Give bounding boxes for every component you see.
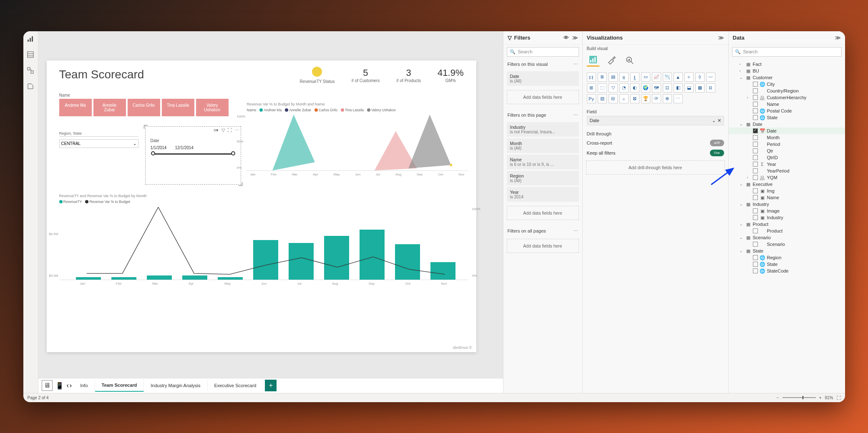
filter-card[interactable]: Regionis (All)	[507, 171, 579, 185]
slider-handle-end[interactable]	[231, 151, 235, 155]
tree-table-fact[interactable]: ›▦Fact	[729, 61, 845, 68]
viz-type-18[interactable]: 🗺	[652, 83, 661, 93]
tree-field-month[interactable]: Month	[729, 134, 845, 141]
checkbox[interactable]	[753, 115, 758, 120]
more-icon[interactable]: ⋯	[574, 113, 578, 118]
viz-type-6[interactable]: 📈	[652, 73, 661, 82]
prev-page-icon[interactable]: ‹	[67, 382, 69, 389]
tree-table-industry[interactable]: ⌄▦Industry	[729, 201, 845, 208]
slider-handle-start[interactable]	[151, 151, 155, 155]
checkbox[interactable]	[753, 175, 758, 180]
tree-field-name[interactable]: Name	[729, 101, 845, 108]
add-page-filter[interactable]: Add data fields here	[507, 206, 579, 220]
tree-table-scenario[interactable]: ⌄▦Scenario	[729, 234, 845, 241]
report-view-icon[interactable]	[26, 35, 35, 43]
viz-type-5[interactable]: ▭	[641, 73, 650, 82]
add-drill-fields[interactable]: Add drill-through fields here	[586, 160, 725, 175]
tree-field-postal-code[interactable]: 🌐Postal Code	[729, 108, 845, 114]
cross-report-toggle[interactable]: ●Off	[710, 140, 724, 146]
more-icon[interactable]: ⋯	[574, 228, 578, 234]
chevron-down-icon[interactable]: ⌄	[712, 118, 716, 123]
viz-type-19[interactable]: ⊡	[663, 83, 672, 93]
viz-type-26[interactable]: ⊟	[609, 94, 618, 103]
filter-card[interactable]: Industryis not Financial, Insura...	[507, 122, 579, 137]
add-all-filter[interactable]: Add data fields here	[507, 239, 579, 253]
checkbox[interactable]	[753, 215, 758, 220]
date-range-slider[interactable]	[153, 153, 233, 155]
name-annelie[interactable]: Annelie Zubar	[93, 99, 126, 116]
viz-type-23[interactable]: R	[706, 83, 715, 93]
viz-type-14[interactable]: ▽	[609, 83, 618, 93]
viz-type-24[interactable]: Py	[587, 94, 596, 103]
add-visual-filter[interactable]: Add data fields here	[507, 90, 579, 104]
chart-revenue-combo[interactable]: RevenueTY and Revenue Var % to Budget by…	[59, 194, 468, 290]
tree-field-city[interactable]: 🌐City	[729, 81, 845, 88]
viz-type-0[interactable]: ⫿⫿	[587, 73, 596, 82]
tree-field-country-region[interactable]: Country/Region	[729, 88, 845, 94]
zoom-out-icon[interactable]: −	[777, 395, 779, 400]
more-icon[interactable]: ⋯	[574, 62, 578, 67]
region-slicer[interactable]: Region, State CENTRAL⌄	[59, 131, 138, 148]
report-canvas[interactable]: Team Scorecard RevenueTY Status 5 # of C…	[47, 60, 476, 352]
tree-table-product[interactable]: ⌄▦Product	[729, 221, 845, 228]
tree-field-name[interactable]: ▣Name	[729, 194, 845, 201]
viz-type-2[interactable]: ▤	[609, 73, 618, 82]
tab-executive[interactable]: Executive Scorecard	[208, 380, 264, 391]
name-carlos[interactable]: Carlos Grilo	[128, 99, 160, 116]
dax-view-icon[interactable]	[26, 82, 35, 90]
analytics-tab[interactable]	[624, 54, 636, 67]
name-valery[interactable]: Valery Ushakov	[196, 99, 229, 116]
desktop-layout-icon[interactable]: 🖥	[42, 380, 53, 391]
checkbox[interactable]	[753, 102, 758, 107]
viz-type-10[interactable]: ⟠	[695, 73, 704, 82]
date-start[interactable]: 1/1/2014	[151, 145, 167, 150]
tree-table-customer[interactable]: ⌄▦Customer	[729, 74, 845, 81]
checkbox[interactable]	[753, 208, 758, 213]
checkbox[interactable]	[753, 188, 758, 193]
tab-team-scorecard[interactable]: Team Scorecard	[95, 379, 144, 392]
zoom-in-icon[interactable]: +	[819, 395, 822, 400]
viz-type-15[interactable]: ◔	[619, 83, 629, 93]
filters-search[interactable]: 🔍Search	[507, 47, 579, 57]
viz-type-9[interactable]: ⟡	[684, 73, 694, 82]
eye-icon[interactable]: 👁	[564, 35, 569, 41]
checkbox[interactable]	[753, 148, 758, 153]
tab-industry[interactable]: Industry Margin Analysis	[144, 380, 207, 391]
tree-field-product[interactable]: Product	[729, 228, 845, 234]
tree-field-img[interactable]: ▣Img	[729, 188, 845, 194]
kpi-status[interactable]: RevenueTY Status	[300, 67, 335, 84]
tab-info[interactable]: Info	[73, 380, 95, 391]
viz-type-27[interactable]: ⟐	[619, 94, 629, 103]
filter-icon[interactable]: ▽	[221, 128, 225, 133]
checkbox[interactable]	[753, 268, 758, 273]
zoom-slider[interactable]	[782, 397, 816, 398]
tree-field-state[interactable]: 🌐State	[729, 261, 845, 268]
viz-type-8[interactable]: ▲	[674, 73, 683, 82]
filter-card[interactable]: Nameis 6 or is 10 or is 9, is ...	[507, 155, 579, 169]
collapse-icon[interactable]: ≫	[718, 35, 724, 41]
tree-field-statecode[interactable]: 🌐StateCode	[729, 268, 845, 274]
chart-revenue-var[interactable]: Revenue Var % to Budget by Month and Nam…	[247, 102, 468, 181]
checkbox[interactable]	[753, 128, 758, 133]
checkbox[interactable]	[753, 168, 758, 173]
viz-type-32[interactable]: ⋯	[674, 94, 683, 103]
checkbox[interactable]	[753, 155, 758, 160]
tree-field-period[interactable]: Period	[729, 141, 845, 148]
fit-page-icon[interactable]: ⛶	[837, 395, 841, 400]
collapse-icon[interactable]: ≫	[835, 35, 841, 41]
add-page-button[interactable]: +	[265, 380, 277, 391]
viz-type-16[interactable]: ◐	[630, 83, 639, 93]
viz-type-7[interactable]: 📉	[663, 73, 672, 82]
checkbox[interactable]	[753, 88, 758, 93]
checkbox[interactable]	[753, 95, 758, 100]
viz-type-21[interactable]: ⬓	[684, 83, 694, 93]
date-end[interactable]: 12/1/2014	[175, 145, 194, 150]
region-dropdown[interactable]: CENTRAL⌄	[59, 139, 138, 148]
viz-type-20[interactable]: ◧	[674, 83, 683, 93]
tree-field-scenario[interactable]: Scenario	[729, 241, 845, 248]
tree-field-region[interactable]: 🌐Region	[729, 254, 845, 261]
table-view-icon[interactable]	[26, 50, 35, 59]
kpi-gm[interactable]: 41.9% GM%	[438, 68, 463, 83]
tree-table-executive[interactable]: ⌄▦Executive	[729, 181, 845, 188]
tree-field-qtrid[interactable]: QtrID	[729, 154, 845, 161]
